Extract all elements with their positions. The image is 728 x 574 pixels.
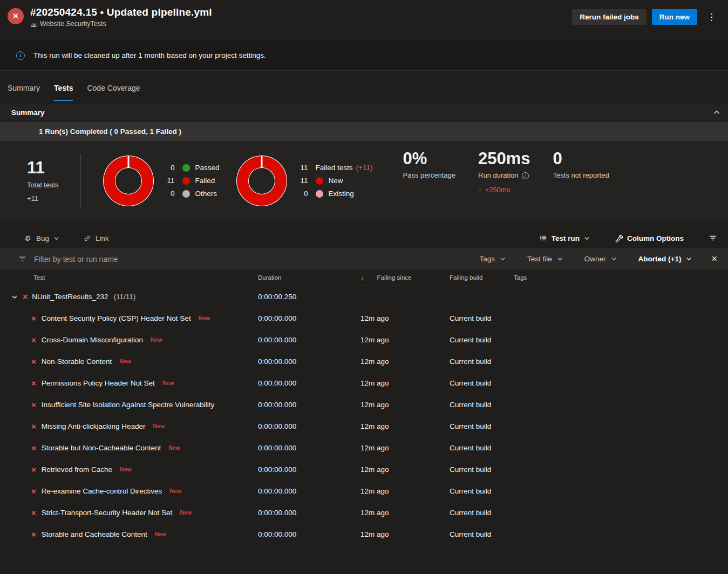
legend-failed-tests: 11 Failed tests (+11) — [296, 164, 373, 172]
failing-since-value: 12m ago — [360, 336, 450, 344]
test-name[interactable]: Storable but Non-Cacheable Content — [42, 444, 161, 452]
table-row[interactable]: × Missing Anti-clickjacking Header New 0… — [0, 415, 728, 437]
failing-build-link[interactable]: Current build — [450, 357, 514, 366]
outcome-donut-chart — [104, 156, 153, 206]
duration-value: 0:00:00.000 — [258, 530, 360, 538]
test-run-group-row[interactable]: × NUnit_TestResults_232 (11/11) 0:00:00.… — [0, 286, 728, 307]
duration-value: 0:00:00.000 — [258, 465, 360, 474]
filter-input[interactable] — [34, 255, 261, 264]
test-name[interactable]: Re-examine Cache-control Directives — [42, 487, 162, 495]
test-name[interactable]: Storable and Cacheable Content — [42, 530, 147, 538]
failing-build-link[interactable]: Current build — [450, 509, 514, 517]
duration-value: 0:00:00.000 — [258, 487, 360, 495]
duration-value: 0:00:00.000 — [258, 314, 360, 322]
pass-percentage-value: 0% — [403, 150, 455, 168]
column-duration[interactable]: Duration — [258, 274, 360, 281]
test-run-count: (11/11) — [113, 293, 135, 301]
collapse-chevron-up-icon[interactable] — [713, 109, 720, 116]
summary-section-header[interactable]: Summary — [0, 104, 728, 120]
filter-outcome-dropdown[interactable]: Aborted (+1) — [638, 255, 692, 263]
failing-build-link[interactable]: Current build — [450, 379, 514, 387]
table-row[interactable]: × Storable but Non-Cacheable Content New… — [0, 437, 728, 458]
run-duration-stat: 250ms Run durationi ↑ +250ms — [478, 141, 530, 194]
column-test[interactable]: Test — [11, 274, 258, 281]
table-row[interactable]: × Non-Storable Content New 0:00:00.000 1… — [0, 350, 728, 372]
tab-summary[interactable]: Summary — [8, 84, 40, 101]
pass-percentage-label: Pass percentage — [403, 171, 455, 179]
failed-icon: × — [31, 530, 36, 538]
failed-icon: × — [31, 379, 36, 387]
failing-build-link[interactable]: Current build — [450, 336, 514, 344]
failing-since-value: 12m ago — [360, 379, 450, 387]
test-name[interactable]: Insufficient Site Isolation Against Spec… — [42, 401, 214, 409]
table-row[interactable]: × Insufficient Site Isolation Against Sp… — [0, 394, 728, 415]
test-run-name[interactable]: NUnit_TestResults_232 — [32, 293, 108, 301]
pipeline-icon — [30, 21, 37, 28]
run-header: × #20250424.15 • Updated pipeline.yml We… — [0, 0, 728, 36]
duration-info-icon[interactable]: i — [522, 172, 529, 179]
column-failing-since[interactable]: ↓ Failing since — [360, 274, 450, 282]
table-row[interactable]: × Re-examine Cache-control Directives Ne… — [0, 480, 728, 502]
table-row[interactable]: × Cross-Domain Misconfiguration New 0:00… — [0, 329, 728, 350]
filter-toggle-button[interactable] — [709, 234, 717, 242]
column-options-button[interactable]: Column Options — [615, 234, 684, 242]
test-name[interactable]: Strict-Transport-Security Header Not Set — [42, 509, 173, 517]
more-options-icon[interactable]: ⋮ — [703, 10, 720, 24]
legend-passed: 0 Passed — [163, 164, 220, 172]
expand-chevron-icon[interactable] — [11, 294, 18, 300]
link-button[interactable]: Link — [83, 234, 109, 242]
table-header: Test Duration ↓ Failing since Failing bu… — [0, 269, 728, 286]
new-badge: New — [199, 315, 210, 321]
failing-build-link[interactable]: Current build — [450, 444, 514, 452]
divider — [80, 154, 81, 208]
failing-build-link[interactable]: Current build — [450, 314, 514, 322]
table-row[interactable]: × Storable and Cacheable Content New 0:0… — [0, 523, 728, 545]
tab-tests[interactable]: Tests — [54, 84, 73, 101]
filter-input-icon — [18, 255, 26, 263]
table-row[interactable]: × Strict-Transport-Security Header Not S… — [0, 502, 728, 523]
table-row[interactable]: × Permissions Policy Header Not Set New … — [0, 372, 728, 394]
retention-banner: i This run will be cleaned up after 1 mo… — [0, 40, 728, 71]
failed-icon: × — [31, 487, 36, 495]
not-reported-stat: 0 Tests not reported — [553, 141, 609, 179]
pipeline-name-link[interactable]: Website.SecurityTests — [40, 20, 106, 28]
duration-value: 0:00:00.000 — [258, 509, 360, 517]
test-name[interactable]: Permissions Policy Header Not Set — [42, 379, 155, 387]
table-row[interactable]: × Content Security Policy (CSP) Header N… — [0, 307, 728, 329]
filter-test-file-dropdown[interactable]: Test file — [527, 255, 563, 263]
duration-value: 0:00:00.000 — [258, 401, 360, 409]
wrench-icon — [615, 234, 623, 242]
failing-build-link[interactable]: Current build — [450, 530, 514, 538]
grouped-list-icon — [539, 234, 547, 242]
filter-tags-dropdown[interactable]: Tags — [480, 255, 506, 263]
test-name[interactable]: Content Security Policy (CSP) Header Not… — [42, 314, 191, 322]
new-badge: New — [153, 423, 165, 429]
column-tags[interactable]: Tags — [514, 274, 728, 281]
total-tests-stat: 11 Total tests +11 — [27, 159, 59, 202]
arrow-up-icon: ↑ — [478, 186, 482, 194]
failing-build-link[interactable]: Current build — [450, 465, 514, 474]
clear-filter-icon[interactable]: × — [711, 253, 717, 265]
filter-owner-dropdown[interactable]: Owner — [584, 255, 617, 263]
failing-since-value: 12m ago — [360, 401, 450, 409]
failing-build-link[interactable]: Current build — [450, 401, 514, 409]
rerun-failed-jobs-button[interactable]: Rerun failed jobs — [572, 9, 647, 25]
test-name[interactable]: Cross-Domain Misconfiguration — [42, 336, 143, 344]
column-failing-build[interactable]: Failing build — [450, 274, 514, 281]
new-badge: New — [169, 488, 181, 494]
tab-code-coverage[interactable]: Code Coverage — [87, 84, 140, 101]
pass-percentage-stat: 0% Pass percentage — [403, 141, 455, 179]
filter-icon — [709, 234, 717, 242]
failing-since-value: 12m ago — [360, 314, 450, 322]
test-run-grouping-button[interactable]: Test run — [539, 234, 590, 242]
run-new-button[interactable]: Run new — [652, 9, 697, 25]
bug-menu-button[interactable]: Bug — [24, 234, 59, 242]
test-name[interactable]: Non-Storable Content — [42, 357, 112, 366]
test-name[interactable]: Missing Anti-clickjacking Header — [42, 422, 146, 430]
duration-value: 0:00:00.000 — [258, 336, 360, 344]
failing-build-link[interactable]: Current build — [450, 422, 514, 430]
existing-dot — [316, 190, 323, 198]
test-name[interactable]: Retrieved from Cache — [42, 465, 112, 474]
table-row[interactable]: × Retrieved from Cache New 0:00:00.000 1… — [0, 458, 728, 480]
failing-build-link[interactable]: Current build — [450, 487, 514, 495]
